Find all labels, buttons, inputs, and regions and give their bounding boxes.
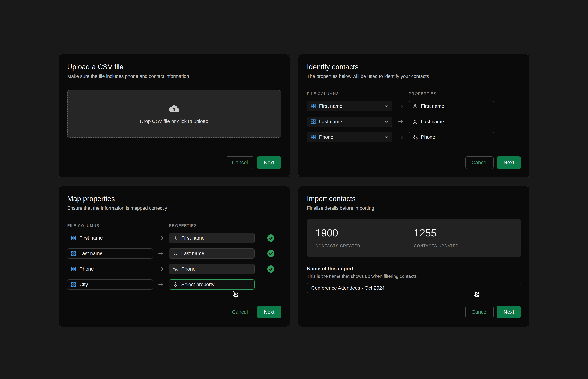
arrow-right-icon bbox=[392, 134, 409, 141]
file-columns-header: FILE COLUMNS bbox=[307, 92, 409, 96]
arrow-right-icon bbox=[392, 118, 409, 125]
property-field[interactable]: Phone bbox=[169, 264, 255, 274]
card-subtitle: Finalize details before importing bbox=[307, 205, 521, 211]
stat-contacts-updated: 1255 CONTACTS UPDATED bbox=[414, 227, 512, 248]
file-column-field[interactable]: City bbox=[67, 279, 153, 290]
card-title: Identify contacts bbox=[307, 63, 521, 71]
mapping-row: City Select property bbox=[67, 279, 281, 290]
mapping-row: First name First name bbox=[67, 233, 281, 243]
property-field[interactable]: Phone bbox=[409, 132, 494, 142]
file-column-icon bbox=[71, 266, 76, 272]
import-name-block: Name of this import This is the name tha… bbox=[307, 266, 521, 293]
file-column-icon bbox=[71, 282, 76, 287]
phone-icon bbox=[412, 135, 418, 140]
mapping-row: Last name Last name bbox=[307, 116, 521, 127]
stat-value: 1255 bbox=[414, 227, 512, 239]
person-icon bbox=[173, 235, 178, 241]
property-field[interactable]: Last name bbox=[409, 116, 494, 127]
columns-header: FILE COLUMNS PROPERTIES bbox=[67, 223, 281, 228]
dropzone-label: Drop CSV file or click to upload bbox=[140, 118, 208, 124]
file-column-field[interactable]: First name bbox=[67, 233, 153, 243]
properties-header: PROPERTIES bbox=[169, 223, 197, 228]
next-button[interactable]: Next bbox=[497, 156, 521, 169]
card-subtitle: The properties below will be used to ide… bbox=[307, 74, 521, 79]
cancel-button[interactable]: Cancel bbox=[226, 156, 254, 169]
arrow-right-icon bbox=[153, 235, 169, 241]
cancel-button[interactable]: Cancel bbox=[226, 306, 254, 318]
properties-header: PROPERTIES bbox=[409, 92, 437, 96]
chevron-down-icon bbox=[384, 135, 389, 140]
file-column-icon bbox=[311, 135, 316, 140]
check-circle-icon bbox=[267, 250, 275, 257]
card-actions: Cancel Next bbox=[307, 156, 521, 169]
next-button[interactable]: Next bbox=[257, 306, 281, 318]
mapping-row: Phone Phone bbox=[307, 132, 521, 142]
person-icon bbox=[173, 251, 178, 256]
phone-icon bbox=[173, 266, 178, 272]
file-column-icon bbox=[311, 119, 316, 124]
import-wizard-screens: Upload a CSV file Make sure the file inc… bbox=[59, 54, 529, 327]
import-stats-panel: 1900 CONTACTS CREATED 1255 CONTACTS UPDA… bbox=[307, 219, 521, 257]
file-column-icon bbox=[311, 103, 316, 109]
stat-value: 1900 bbox=[315, 227, 414, 239]
cloud-upload-icon bbox=[169, 104, 179, 114]
property-field[interactable]: First name bbox=[169, 233, 255, 243]
card-actions: Cancel Next bbox=[67, 306, 281, 318]
stat-contacts-created: 1900 CONTACTS CREATED bbox=[315, 227, 414, 248]
arrow-right-icon bbox=[153, 250, 169, 257]
next-button[interactable]: Next bbox=[257, 156, 281, 169]
card-title: Map properties bbox=[67, 195, 281, 203]
map-properties-card: Map properties Ensure that the informati… bbox=[59, 186, 290, 327]
arrow-right-icon bbox=[153, 266, 169, 272]
card-actions: Cancel Next bbox=[307, 306, 521, 318]
select-property-field[interactable]: Select property bbox=[169, 279, 255, 290]
mapping-row: Last name Last name bbox=[67, 248, 281, 259]
mapping-row: Phone Phone bbox=[67, 264, 281, 274]
property-field[interactable]: Last name bbox=[169, 248, 255, 259]
cancel-button[interactable]: Cancel bbox=[465, 156, 494, 169]
cancel-button[interactable]: Cancel bbox=[465, 306, 494, 318]
chevron-down-icon bbox=[384, 119, 389, 124]
arrow-right-icon bbox=[392, 103, 409, 110]
check-circle-icon bbox=[267, 265, 275, 273]
card-subtitle: Make sure the file includes phone and co… bbox=[67, 74, 281, 79]
card-title: Import contacts bbox=[307, 195, 521, 203]
columns-header: FILE COLUMNS PROPERTIES bbox=[307, 92, 521, 96]
file-columns-header: FILE COLUMNS bbox=[67, 223, 169, 228]
mapping-row: First name First name bbox=[307, 101, 521, 111]
chevron-down-icon bbox=[384, 104, 389, 109]
file-column-select[interactable]: Last name bbox=[307, 116, 392, 127]
file-column-field[interactable]: Last name bbox=[67, 248, 153, 259]
import-name-help: This is the name that shows up when filt… bbox=[307, 274, 521, 279]
file-column-field[interactable]: Phone bbox=[67, 264, 153, 274]
check-circle-icon bbox=[267, 234, 275, 242]
file-column-select[interactable]: First name bbox=[307, 101, 392, 111]
stat-label: CONTACTS UPDATED bbox=[414, 244, 512, 248]
arrow-right-icon bbox=[153, 281, 169, 288]
csv-dropzone[interactable]: Drop CSV file or click to upload bbox=[67, 90, 281, 138]
file-column-icon bbox=[71, 235, 76, 241]
next-button[interactable]: Next bbox=[497, 306, 521, 318]
card-subtitle: Ensure that the information is mapped co… bbox=[67, 205, 281, 211]
import-name-input[interactable] bbox=[307, 283, 521, 293]
file-column-select[interactable]: Phone bbox=[307, 132, 392, 142]
person-icon bbox=[412, 103, 418, 109]
import-name-label: Name of this import bbox=[307, 266, 521, 271]
file-column-icon bbox=[71, 251, 76, 256]
identify-contacts-card: Identify contacts The properties below w… bbox=[298, 54, 529, 177]
import-contacts-card: Import contacts Finalize details before … bbox=[298, 186, 529, 327]
card-title: Upload a CSV file bbox=[67, 63, 281, 71]
property-field[interactable]: First name bbox=[409, 101, 494, 111]
upload-csv-card: Upload a CSV file Make sure the file inc… bbox=[59, 54, 290, 177]
card-actions: Cancel Next bbox=[67, 156, 281, 169]
location-pin-icon bbox=[173, 282, 178, 287]
stat-label: CONTACTS CREATED bbox=[315, 244, 414, 248]
person-icon bbox=[412, 119, 418, 124]
